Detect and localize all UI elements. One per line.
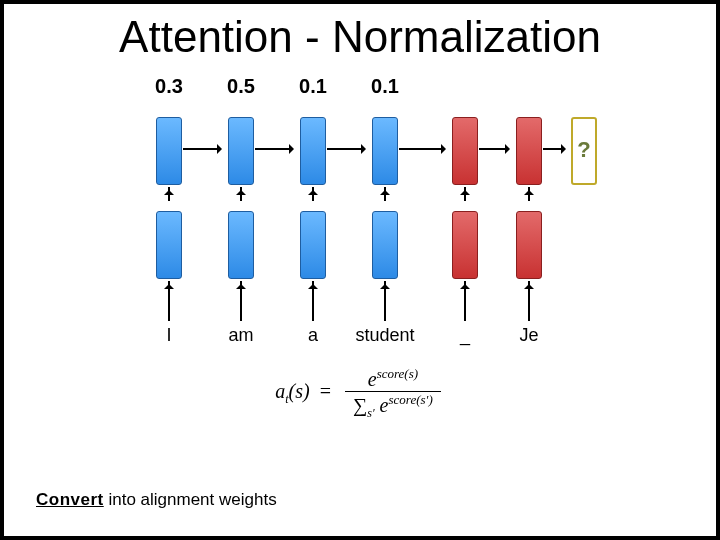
arrow-icon (255, 147, 299, 151)
decoder-block-icon (516, 117, 542, 185)
caption-emphasis: Convert (36, 490, 104, 509)
decoder-block-icon (452, 117, 478, 185)
encoder-block-icon (372, 117, 398, 185)
question-mark: ? (554, 137, 614, 163)
attention-diagram: 0.3 I 0.5 am 0.1 a 0.1 (139, 79, 589, 354)
softmax-formula: at(s) = escore(s) ∑s′ escore(s′) (4, 366, 716, 420)
arrow-icon (167, 187, 171, 205)
weight-value: 0.5 (211, 75, 271, 98)
token-label: Je (499, 325, 559, 346)
arrow-icon (479, 147, 515, 151)
token-label: a (283, 325, 343, 346)
encoder-block-icon (228, 211, 254, 279)
arrow-icon (167, 281, 171, 325)
arrow-icon (463, 187, 467, 205)
arrow-icon (311, 187, 315, 205)
slide-title: Attention - Normalization (4, 12, 716, 62)
token-label: I (139, 325, 199, 346)
arrow-icon (383, 187, 387, 205)
token-label: _ (435, 325, 495, 346)
encoder-block-icon (228, 117, 254, 185)
arrow-icon (399, 147, 451, 151)
weight-value: 0.3 (139, 75, 199, 98)
arrow-icon (463, 281, 467, 325)
weight-value: 0.1 (355, 75, 415, 98)
encoder-block-icon (300, 211, 326, 279)
decoder-block-icon (452, 211, 478, 279)
encoder-block-icon (156, 117, 182, 185)
token-label: am (211, 325, 271, 346)
arrow-icon (527, 187, 531, 205)
encoder-block-icon (156, 211, 182, 279)
decoder-block-icon (516, 211, 542, 279)
caption: Convert into alignment weights (36, 490, 277, 510)
weight-value: 0.1 (283, 75, 343, 98)
encoder-block-icon (300, 117, 326, 185)
arrow-icon (327, 147, 371, 151)
arrow-icon (383, 281, 387, 325)
arrow-icon (311, 281, 315, 325)
caption-text: into alignment weights (104, 490, 277, 509)
arrow-icon (527, 281, 531, 325)
arrow-icon (183, 147, 227, 151)
encoder-block-icon (372, 211, 398, 279)
token-label: student (355, 325, 415, 346)
arrow-icon (239, 281, 243, 325)
arrow-icon (239, 187, 243, 205)
